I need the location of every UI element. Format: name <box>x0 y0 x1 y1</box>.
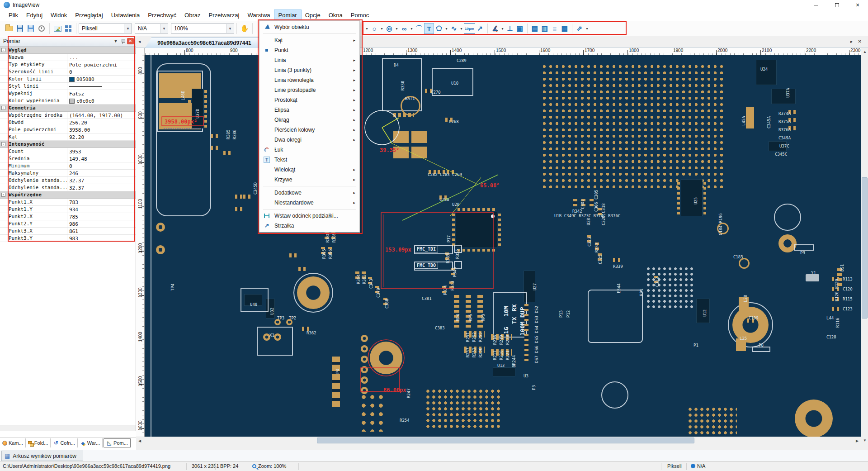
horizontal-scrollbar[interactable]: ◀ ▶ <box>136 437 861 444</box>
property-row-kolor-wypełnienia[interactable]: Kolor wypełnieniac0c0c0 <box>0 97 136 105</box>
property-row-odchylenie-standa[interactable]: Odchylenie standa...32.37 <box>0 177 136 184</box>
property-row-punkt2-y[interactable]: Punkt2.Y986 <box>0 220 136 228</box>
menu-item-wstaw-odcinek-podziałki[interactable]: Wstaw odcinek podziałki... <box>259 211 359 221</box>
property-row-szerokość-linii[interactable]: Szerokość linii0 <box>0 68 136 76</box>
image-tab[interactable]: 90e966a3acc59c98c617aca89d97441 <box>145 38 264 48</box>
dock-tab-war[interactable]: War... <box>78 438 103 447</box>
scroll-left-icon[interactable]: ◀ <box>136 437 143 444</box>
close-button[interactable]: × <box>847 0 868 10</box>
property-row-obwód[interactable]: Obwód256.20 <box>0 119 136 126</box>
menu-item-łuk[interactable]: Łuk <box>259 145 359 155</box>
table-tool-icon[interactable]: ▦ <box>560 23 570 34</box>
scroll-down-icon[interactable]: ▼ <box>861 437 868 444</box>
tab-close-icon[interactable]: ✕ <box>858 39 862 44</box>
property-section-geometria[interactable]: -Geometria <box>0 105 136 112</box>
pan-hand-icon[interactable]: ✋ <box>239 23 250 34</box>
menu-item-linie-prostopadłe[interactable]: Linie prostopadłe▸ <box>259 85 359 95</box>
image-tool-icon[interactable]: ▤ <box>530 23 540 34</box>
menu-item-wielokąt[interactable]: Wielokąt▸ <box>259 165 359 175</box>
chip-tool-icon[interactable]: ▣ <box>515 23 525 34</box>
polygon-tool-icon[interactable]: ⬠ <box>434 23 444 34</box>
measurement-sheet-tab[interactable]: Arkusz wyników pomiarów <box>1 451 83 461</box>
property-row-count[interactable]: Count3953 <box>0 148 136 155</box>
property-section-intensywność[interactable]: -Intensywność <box>0 141 136 148</box>
dock-tab-kam[interactable]: Kam... <box>0 438 26 447</box>
panel-scrollbar[interactable] <box>0 425 136 431</box>
angle-measure-tool-dropdown-icon[interactable]: ▾ <box>500 27 505 31</box>
text-tool-icon[interactable]: T <box>424 23 434 34</box>
concentric-circles-tool-dropdown-icon[interactable]: ▾ <box>394 27 399 31</box>
property-row-styl-linii[interactable]: Styl linii <box>0 83 136 90</box>
image-overlay-tool-icon[interactable]: ▥ <box>540 23 550 34</box>
menu-item-okrąg[interactable]: Okrąg▸ <box>259 115 359 125</box>
more-dropdown-icon[interactable]: ▾ <box>585 27 590 31</box>
polygon-tool-dropdown-icon[interactable]: ▾ <box>444 27 449 31</box>
curve-tool-icon[interactable]: ∿ <box>449 23 459 34</box>
vertical-scroll-thumb[interactable] <box>862 177 868 319</box>
property-row-pole-powierzchni[interactable]: Pole powierzchni3958.00 <box>0 126 136 133</box>
property-row-punkt1-y[interactable]: Punkt1.Y934 <box>0 206 136 213</box>
property-row-punkt3-x[interactable]: Punkt3.X861 <box>0 228 136 235</box>
export-tool-icon[interactable]: ⇗ <box>575 23 585 34</box>
menubar-item-pomiar[interactable]: Pomiar <box>274 10 301 21</box>
align-tool-icon[interactable]: ≡ <box>550 23 560 34</box>
menubar-item-edytuj[interactable]: Edytuj <box>22 10 47 21</box>
property-row-punkt3-y[interactable]: Punkt3.Y983 <box>0 235 136 242</box>
property-row-typ-etykiety[interactable]: Typ etykietyPole powierzchni <box>0 61 136 68</box>
menubar-item-widok[interactable]: Widok <box>47 10 71 21</box>
collapse-icon[interactable]: - <box>1 48 5 52</box>
menubar-item-przetwarzaj[interactable]: Przetwarzaj <box>205 10 244 21</box>
level-tool-icon[interactable]: ⊥ <box>505 23 515 34</box>
selection-dropdown-icon[interactable]: ▾ <box>364 27 369 31</box>
history-icon[interactable] <box>36 23 47 34</box>
menu-item-prostokąt[interactable]: Prostokąt▸ <box>259 95 359 105</box>
scale-bar-tool-icon[interactable]: 10μm <box>464 23 475 34</box>
menu-item-niestandardowe[interactable]: Niestandardowe▸ <box>259 198 359 208</box>
menubar-item-okna[interactable]: Okna <box>325 10 347 21</box>
menu-item-linia-równoległa[interactable]: Linia równoległa▸ <box>259 75 359 85</box>
scroll-up-icon[interactable]: ▲ <box>861 48 868 55</box>
scroll-right-icon[interactable]: ▶ <box>854 437 861 444</box>
menubar-item-warstwa[interactable]: Warstwa <box>243 10 274 21</box>
property-row-punkt2-x[interactable]: Punkt2.X785 <box>0 213 136 220</box>
property-row-współrzędne-środka[interactable]: Współrzędne środka(1644.00, 1917.00) <box>0 112 136 119</box>
dock-tab-pom[interactable]: Pom... <box>104 438 131 447</box>
property-row-kolor-linii[interactable]: Kolor linii005080 <box>0 76 136 83</box>
property-row-kąt[interactable]: Kąt92.20 <box>0 133 136 141</box>
curve-tool-dropdown-icon[interactable]: ▾ <box>459 27 464 31</box>
menu-item-strzałka[interactable]: Strzałka <box>259 221 359 231</box>
collapse-icon[interactable]: - <box>1 106 5 110</box>
property-row-maksymalny[interactable]: Maksymalny246 <box>0 170 136 177</box>
menu-item-linia[interactable]: Linia▸ <box>259 55 359 65</box>
menubar-item-ustawienia[interactable]: Ustawienia <box>107 10 144 21</box>
chevron-down-icon[interactable]: ▼ <box>124 24 132 33</box>
menu-item-punkt[interactable]: Punkt <box>259 45 359 55</box>
property-row-wypełnij[interactable]: WypełnijFałsz <box>0 90 136 97</box>
horizontal-scroll-thumb[interactable] <box>317 438 694 443</box>
circle-tool-icon[interactable]: ○ <box>369 23 379 34</box>
menubar-item-przeglądaj[interactable]: Przeglądaj <box>71 10 107 21</box>
property-section-wygląd[interactable]: -Wygląd <box>0 47 136 54</box>
property-row-minimum[interactable]: Minimum0 <box>0 162 136 170</box>
property-row-nazwa[interactable]: Nazwa... <box>0 54 136 61</box>
arrow-tool-icon[interactable]: ↗ <box>475 23 485 34</box>
menubar-item-plik[interactable]: Plik <box>5 10 22 21</box>
panel-close-icon[interactable]: ✕ <box>127 38 134 44</box>
minimize-button[interactable] <box>806 0 826 10</box>
menubar-item-pomoc[interactable]: Pomoc <box>347 10 373 21</box>
image-icon[interactable] <box>52 23 63 34</box>
image-canvas[interactable]: 3958.00px² 39.35° 65.08° 153.09px 86.00p… <box>145 55 861 437</box>
tab-scroll-left-icon[interactable]: ◂ <box>138 39 141 44</box>
menubar-item-obraz[interactable]: Obraz <box>180 10 204 21</box>
property-row-punkt1-x[interactable]: Punkt1.X783 <box>0 199 136 206</box>
na-combo[interactable]: N/A ▼ <box>135 24 168 33</box>
menu-item-dodatkowe[interactable]: Dodatkowe▸ <box>259 188 359 198</box>
arc-tool-icon[interactable]: ⌒ <box>414 23 424 34</box>
maximize-button[interactable] <box>826 0 847 10</box>
panel-menu-icon[interactable]: ▼ <box>113 39 119 43</box>
menu-item-kąt[interactable]: Kąt▸ <box>259 35 359 45</box>
dock-tab-fold[interactable]: Fold... <box>26 438 51 447</box>
pin-icon[interactable] <box>121 38 125 44</box>
unit-combo[interactable]: Pikseli ▼ <box>79 24 132 33</box>
menubar-item-opcje[interactable]: Opcje <box>301 10 325 21</box>
